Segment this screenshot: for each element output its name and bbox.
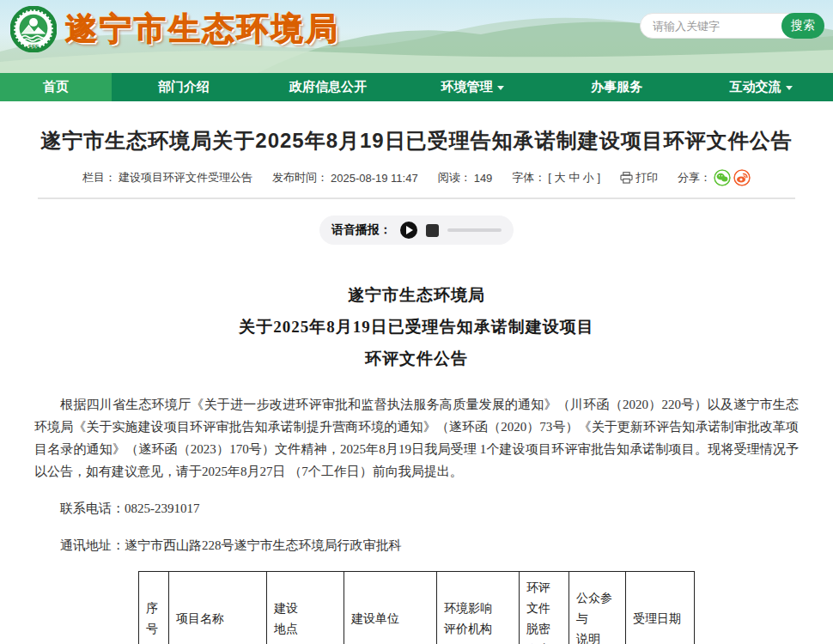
contact-address: 通讯地址：遂宁市西山路228号遂宁市生态环境局行政审批科 — [34, 534, 799, 556]
nav-item-departments[interactable]: 部门介绍 — [112, 73, 256, 101]
chevron-down-icon — [497, 86, 504, 90]
nav-label: 首页 — [43, 79, 69, 95]
meta-publish-value: 2025-08-19 11:47 — [331, 172, 418, 185]
tts-label: 语音播报： — [331, 222, 392, 238]
nav-label: 环境管理 — [441, 79, 493, 95]
stop-button[interactable] — [426, 224, 439, 237]
col-eia-document: 环评文件 脱密全本 — [520, 572, 569, 644]
meta-publish-time: 发布时间： 2025-08-19 11:47 — [272, 170, 418, 185]
table-header-row: 序号 项目名称 建设 地点 建设单位 环境影响 评价机构 环评文件 脱密全本 公… — [139, 572, 695, 644]
printer-icon — [620, 172, 633, 184]
bureau-logo-icon: SEE — [10, 6, 57, 52]
doc-heading-1: 遂宁市生态环境局 — [0, 279, 833, 311]
meta-read-value: 149 — [474, 172, 493, 185]
nav-item-interaction[interactable]: 互动交流 — [689, 73, 833, 101]
col-acceptance-date: 受理日期 — [626, 572, 695, 644]
meta-category: 栏目： 建设项目环评文件受理公告 — [82, 170, 252, 185]
nav-label: 互动交流 — [730, 79, 781, 95]
search-button[interactable]: 搜索 — [781, 13, 824, 39]
meta-read-label: 阅读： — [438, 170, 471, 185]
col-builder: 建设单位 — [344, 572, 437, 644]
meta-read-count: 阅读： 149 — [438, 170, 493, 185]
print-button[interactable]: 打印 — [620, 170, 658, 185]
col-public-participation: 公众参与 说明 — [569, 572, 626, 644]
print-label: 打印 — [635, 170, 658, 185]
meta-category-value: 建设项目环评文件受理公告 — [119, 170, 252, 185]
col-index: 序号 — [139, 572, 169, 644]
meta-category-label: 栏目： — [82, 170, 116, 185]
meta-font-label: 字体： — [512, 170, 545, 185]
meta-publish-label: 发布时间： — [272, 170, 328, 185]
col-eia-agency: 环境影响 评价机构 — [437, 572, 520, 644]
meta-share: 分享： — [678, 169, 751, 186]
nav-label: 部门介绍 — [158, 79, 210, 95]
brand: SEE 遂宁市生态环境局 — [10, 6, 340, 52]
meta-divider — [38, 197, 795, 199]
wechat-share-icon[interactable] — [714, 169, 731, 186]
nav-item-home[interactable]: 首页 — [0, 73, 112, 101]
search-bar: 搜索 — [640, 13, 824, 39]
site-header: SEE 遂宁市生态环境局 搜索 — [0, 0, 833, 73]
nav-label: 办事服务 — [591, 79, 642, 95]
share-label: 分享： — [678, 170, 711, 185]
meta-font-size: 字体： [ 大 中 小 ] — [512, 170, 600, 185]
doc-heading-2: 关于2025年8月19日已受理告知承诺制建设项目 — [0, 311, 833, 343]
page-title: 遂宁市生态环境局关于2025年8月19日已受理告知承诺制建设项目环评文件公告 — [34, 127, 799, 155]
projects-table-wrap: 序号 项目名称 建设 地点 建设单位 环境影响 评价机构 环评文件 脱密全本 公… — [138, 571, 833, 644]
doc-text: 根据四川省生态环境厅《关于进一步改进环评审批和监督执法服务高质量发展的通知》（川… — [34, 393, 799, 556]
contact-phone: 联系电话：0825-2391017 — [34, 497, 799, 519]
tts-progress-slider[interactable] — [447, 228, 502, 232]
nav-item-gov-info[interactable]: 政府信息公开 — [256, 73, 400, 101]
main-nav: 首页 部门介绍 政府信息公开 环境管理 办事服务 互动交流 — [0, 73, 833, 101]
font-size-switcher[interactable]: [ 大 中 小 ] — [548, 170, 600, 185]
chevron-down-icon — [786, 86, 793, 90]
doc-paragraph: 根据四川省生态环境厅《关于进一步改进环评审批和监督执法服务高质量发展的通知》（川… — [34, 393, 799, 483]
play-button[interactable] — [400, 222, 417, 239]
tts-player: 语音播报： — [319, 216, 514, 245]
col-location: 建设 地点 — [267, 572, 344, 644]
document-body: 遂宁市生态环境局 关于2025年8月19日已受理告知承诺制建设项目 环评文件公告… — [0, 279, 833, 644]
svg-text:SEE: SEE — [28, 44, 40, 50]
article-meta: 栏目： 建设项目环评文件受理公告 发布时间： 2025-08-19 11:47 … — [0, 169, 833, 186]
nav-item-env-management[interactable]: 环境管理 — [400, 73, 544, 101]
site-title: 遂宁市生态环境局 — [65, 8, 340, 51]
projects-table: 序号 项目名称 建设 地点 建设单位 环境影响 评价机构 环评文件 脱密全本 公… — [138, 571, 695, 644]
doc-heading-3: 环评文件公告 — [0, 343, 833, 374]
nav-item-services[interactable]: 办事服务 — [544, 73, 689, 101]
nav-label: 政府信息公开 — [289, 79, 367, 95]
col-project-name: 项目名称 — [169, 572, 267, 644]
weibo-share-icon[interactable] — [733, 169, 751, 186]
